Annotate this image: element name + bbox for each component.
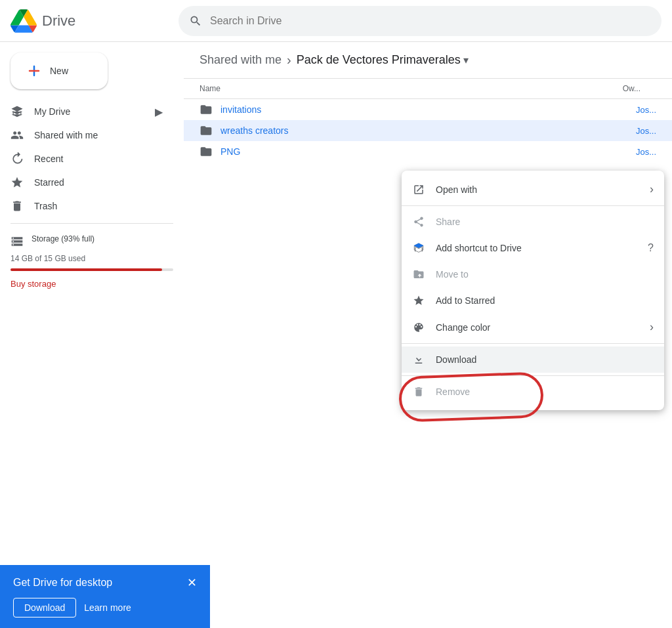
folder-icon [200, 103, 213, 116]
menu-label-download: Download [436, 354, 654, 365]
add-shortcut-icon [412, 241, 425, 255]
sidebar-item-recent[interactable]: Recent [0, 147, 173, 171]
search-bar[interactable] [178, 6, 662, 36]
my-drive-icon [10, 105, 24, 118]
svg-point-3 [205, 108, 208, 112]
sidebar-item-starred[interactable]: Starred [0, 171, 173, 194]
sidebar-label-trash: Trash [34, 201, 57, 211]
file-name-invitations: invitations [220, 104, 570, 115]
notif-title: Get Drive for desktop [13, 577, 112, 589]
sidebar-divider [10, 223, 173, 224]
svg-marker-2 [12, 106, 23, 112]
search-icon [189, 14, 202, 28]
remove-icon [412, 385, 425, 398]
storage-title: Storage (93% full) [32, 234, 94, 243]
color-icon [412, 321, 425, 334]
star-icon [10, 176, 24, 189]
download-icon [412, 353, 425, 366]
sidebar-label-shared: Shared with me [34, 130, 98, 140]
table-row[interactable]: invitations Jos... [184, 99, 672, 120]
notif-download-button[interactable]: Download [13, 598, 76, 618]
file-owner-png: Jos... [578, 147, 656, 157]
buy-storage-link[interactable]: Buy storage [10, 279, 173, 289]
menu-divider-2 [402, 343, 664, 344]
header: Drive [0, 0, 672, 42]
file-owner-invitations: Jos... [578, 105, 656, 115]
col-owner-header: Ow... [578, 84, 656, 93]
file-name-png: PNG [220, 146, 570, 157]
breadcrumb-parent[interactable]: Shared with me [200, 53, 282, 67]
storage-used-text: 14 GB of 15 GB used [10, 254, 173, 263]
sidebar: New My Drive ▶ Shared with me [0, 42, 184, 628]
menu-item-open-with[interactable]: Open with › [402, 176, 664, 203]
menu-label-change-color: Change color [436, 322, 639, 333]
menu-item-add-starred[interactable]: Add to Starred [402, 287, 664, 314]
menu-label-open-with: Open with [436, 184, 639, 195]
menu-divider [402, 205, 664, 206]
storage-bar-bg [10, 268, 173, 271]
logo-text: Drive [42, 12, 75, 30]
sidebar-label-starred: Starred [34, 177, 64, 188]
move-to-icon [412, 268, 425, 281]
notif-header: Get Drive for desktop ✕ [13, 576, 197, 590]
share-icon [412, 215, 425, 228]
help-icon[interactable]: ? [648, 242, 654, 254]
new-button[interactable]: New [10, 52, 108, 89]
table-row[interactable]: wreaths creators Jos... [184, 120, 672, 141]
notif-close-button[interactable]: ✕ [187, 576, 197, 590]
context-menu: Open with › Share Add shortcut to Drive … [402, 171, 664, 410]
change-color-arrow-icon: › [650, 320, 654, 334]
menu-label-move-to: Move to [436, 269, 654, 280]
svg-point-5 [205, 150, 208, 154]
open-with-arrow-icon: › [650, 182, 654, 196]
menu-item-change-color[interactable]: Change color › [402, 314, 664, 341]
logo-area: Drive [10, 8, 168, 34]
file-name-wreaths: wreaths creators [220, 125, 570, 136]
shared-icon [10, 129, 24, 142]
menu-label-remove: Remove [436, 387, 654, 397]
table-row[interactable]: PNG Jos... [184, 141, 672, 162]
menu-label-add-starred: Add to Starred [436, 295, 654, 306]
menu-label-share: Share [436, 217, 654, 227]
breadcrumb-dropdown-icon[interactable]: ▾ [463, 54, 469, 66]
sidebar-label-my-drive: My Drive [34, 106, 70, 117]
col-name-header: Name [200, 84, 578, 93]
svg-point-4 [205, 129, 208, 133]
sidebar-item-shared[interactable]: Shared with me [0, 123, 173, 147]
sidebar-item-trash[interactable]: Trash [0, 194, 173, 218]
menu-item-share: Share [402, 209, 664, 235]
file-owner-wreaths: Jos... [578, 126, 656, 136]
notif-actions: Download Learn more [13, 598, 197, 618]
trash-icon [10, 199, 24, 213]
drive-logo-icon [10, 8, 37, 34]
menu-item-add-shortcut[interactable]: Add shortcut to Drive ? [402, 235, 664, 261]
plus-icon [26, 63, 42, 79]
notification-bar: Get Drive for desktop ✕ Download Learn m… [0, 565, 210, 628]
sidebar-label-recent: Recent [34, 154, 63, 164]
folder-icon [200, 124, 213, 137]
breadcrumb-current: Pack de Vectores Primaverales ▾ [297, 53, 469, 67]
storage-icon [10, 235, 24, 248]
open-with-icon [412, 183, 425, 196]
folder-icon [200, 145, 213, 158]
menu-item-remove: Remove [402, 379, 664, 405]
menu-divider-3 [402, 375, 664, 376]
sidebar-item-my-drive[interactable]: My Drive ▶ [0, 100, 173, 123]
menu-item-move-to: Move to [402, 261, 664, 287]
storage-section: Storage (93% full) 14 GB of 15 GB used B… [0, 229, 184, 294]
breadcrumb-separator: › [287, 52, 291, 68]
storage-bar-fill [10, 268, 162, 271]
menu-item-download[interactable]: Download [402, 346, 664, 373]
clock-icon [10, 152, 24, 165]
notif-learn-more-link[interactable]: Learn more [84, 602, 131, 613]
table-header: Name Ow... [184, 79, 672, 99]
search-input[interactable] [210, 15, 651, 27]
starred-icon [412, 294, 425, 307]
new-button-label: New [50, 66, 68, 76]
menu-label-add-shortcut: Add shortcut to Drive [436, 243, 637, 253]
breadcrumb: Shared with me › Pack de Vectores Primav… [184, 42, 672, 79]
